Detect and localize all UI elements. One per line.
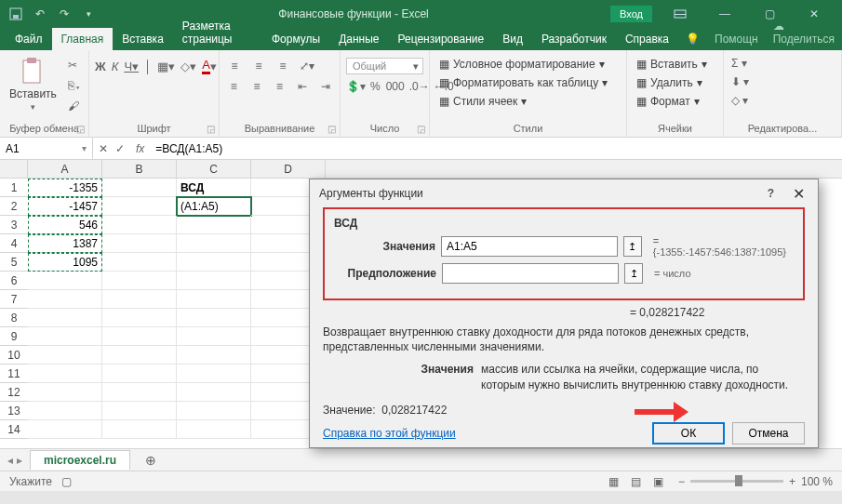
cell-b2[interactable]: [102, 197, 177, 216]
dialog-help-icon[interactable]: ?: [768, 187, 774, 200]
arg2-input[interactable]: [442, 263, 619, 284]
tab-formulas[interactable]: Формулы: [262, 28, 329, 50]
dialog-close-icon[interactable]: ✕: [789, 181, 809, 206]
row-head-7[interactable]: 7: [0, 290, 28, 309]
format-cells-button[interactable]: ▦ Формат ▾: [633, 93, 717, 110]
format-as-table-button[interactable]: ▦ Форматировать как таблицу ▾: [435, 74, 621, 91]
row-head-12[interactable]: 12: [0, 383, 28, 402]
cell-c1[interactable]: ВСД: [177, 179, 251, 197]
sheet-nav-prev-icon[interactable]: ◂: [7, 454, 13, 467]
font-color-button[interactable]: A▾: [202, 58, 217, 74]
arg1-ref-icon[interactable]: ↥: [623, 236, 642, 257]
indent-inc-icon[interactable]: ⇥: [316, 78, 334, 95]
percent-icon[interactable]: %: [370, 78, 381, 95]
tab-view[interactable]: Вид: [493, 28, 532, 50]
add-sheet-icon[interactable]: ⊕: [138, 453, 164, 468]
zoom-in-icon[interactable]: +: [789, 475, 795, 488]
col-head-d[interactable]: D: [251, 160, 326, 178]
autosum-button[interactable]: Σ ▾: [729, 56, 835, 71]
row-head-3[interactable]: 3: [0, 216, 28, 234]
inc-decimal-icon[interactable]: .0→: [410, 78, 429, 95]
tab-file[interactable]: Файл: [6, 28, 52, 50]
format-painter-icon[interactable]: 🖌: [64, 97, 85, 115]
cell-c4[interactable]: [177, 234, 251, 253]
enter-formula-icon[interactable]: ✓: [115, 142, 125, 155]
arg2-ref-icon[interactable]: ↥: [624, 263, 643, 284]
cell-b1[interactable]: [102, 179, 177, 197]
indent-dec-icon[interactable]: ⇤: [294, 78, 312, 95]
col-head-c[interactable]: C: [177, 160, 251, 178]
conditional-format-button[interactable]: ▦ Условное форматирование ▾: [435, 56, 621, 73]
number-format-combo[interactable]: Общий: [346, 58, 423, 74]
currency-icon[interactable]: 💲▾: [346, 78, 365, 95]
cancel-formula-icon[interactable]: ✕: [99, 142, 108, 155]
cell-b5[interactable]: [102, 253, 177, 272]
name-box[interactable]: A1: [0, 138, 93, 159]
row-head-9[interactable]: 9: [0, 327, 28, 346]
tab-developer[interactable]: Разработчик: [532, 28, 616, 50]
formula-bar[interactable]: =ВСД(A1:A5): [150, 142, 842, 155]
cell-a2[interactable]: -1457: [28, 197, 102, 216]
col-head-a[interactable]: A: [28, 160, 102, 178]
sheet-tab[interactable]: microexcel.ru: [30, 450, 130, 470]
cell-a5[interactable]: 1095: [28, 253, 102, 272]
qat-dropdown-icon[interactable]: ▾: [80, 6, 97, 22]
cell-c3[interactable]: [177, 216, 251, 234]
tab-review[interactable]: Рецензирование: [389, 28, 494, 50]
login-button[interactable]: Вход: [610, 6, 652, 22]
align-launcher-icon[interactable]: ◲: [325, 122, 338, 135]
sheet-nav-next-icon[interactable]: ▸: [17, 454, 22, 467]
underline-button[interactable]: Ч▾: [124, 58, 139, 74]
tab-insert[interactable]: Вставка: [113, 28, 173, 50]
align-center-icon[interactable]: ≡: [248, 78, 266, 95]
row-head-2[interactable]: 2: [0, 197, 28, 216]
row-head-4[interactable]: 4: [0, 234, 28, 253]
align-bottom-icon[interactable]: ≡: [274, 58, 292, 74]
paste-button[interactable]: Вставить ▾: [6, 54, 60, 113]
tab-layout[interactable]: Разметка страницы: [173, 15, 262, 50]
row-head-10[interactable]: 10: [0, 346, 28, 365]
copy-icon[interactable]: ⎘▾: [64, 76, 85, 95]
bold-button[interactable]: Ж: [95, 58, 106, 74]
cell-c2[interactable]: (A1:A5): [177, 197, 251, 216]
cell-a3[interactable]: 546: [28, 216, 102, 234]
tell-me[interactable]: Помощн: [707, 28, 766, 50]
cell-a4[interactable]: 1387: [28, 234, 102, 253]
cell-styles-button[interactable]: ▦ Стили ячеек ▾: [435, 93, 621, 110]
view-break-icon[interactable]: ▣: [648, 473, 669, 490]
zoom-level[interactable]: 100 %: [801, 475, 833, 488]
zoom-slider[interactable]: [690, 480, 783, 483]
macro-record-icon[interactable]: ▢: [61, 475, 72, 488]
cell-b4[interactable]: [102, 234, 177, 253]
row-head-13[interactable]: 13: [0, 402, 28, 420]
comma-icon[interactable]: 000: [386, 78, 405, 95]
minimize-icon[interactable]: —: [704, 1, 745, 27]
number-launcher-icon[interactable]: ◲: [414, 122, 427, 135]
view-normal-icon[interactable]: ▦: [604, 473, 624, 490]
row-head-11[interactable]: 11: [0, 365, 28, 383]
align-left-icon[interactable]: ≡: [225, 78, 243, 95]
align-top-icon[interactable]: ≡: [225, 58, 244, 74]
select-all-corner[interactable]: [0, 160, 28, 179]
font-launcher-icon[interactable]: ◲: [204, 122, 217, 135]
share-button[interactable]: ☁ Поделиться: [766, 15, 842, 50]
cell-a1[interactable]: -1355: [28, 179, 102, 197]
cut-icon[interactable]: ✂: [64, 56, 85, 74]
row-head-6[interactable]: 6: [0, 272, 28, 290]
tell-me-icon[interactable]: 💡: [678, 28, 707, 50]
redo-icon[interactable]: ↷: [56, 6, 73, 22]
row-head-1[interactable]: 1: [0, 179, 28, 197]
cell-c5[interactable]: [177, 253, 251, 272]
zoom-out-icon[interactable]: −: [678, 475, 685, 488]
align-right-icon[interactable]: ≡: [271, 78, 288, 95]
clipboard-launcher-icon[interactable]: ◲: [74, 122, 87, 135]
border-button[interactable]: ▦▾: [157, 58, 175, 74]
tab-home[interactable]: Главная: [52, 28, 114, 50]
row-head-14[interactable]: 14: [0, 420, 28, 439]
clear-button[interactable]: ◇ ▾: [729, 93, 835, 108]
function-help-link[interactable]: Справка по этой функции: [323, 427, 456, 440]
row-head-5[interactable]: 5: [0, 253, 28, 272]
cell-a6[interactable]: [28, 272, 102, 290]
tab-help[interactable]: Справка: [616, 28, 678, 50]
delete-cells-button[interactable]: ▦ Удалить ▾: [633, 74, 717, 91]
